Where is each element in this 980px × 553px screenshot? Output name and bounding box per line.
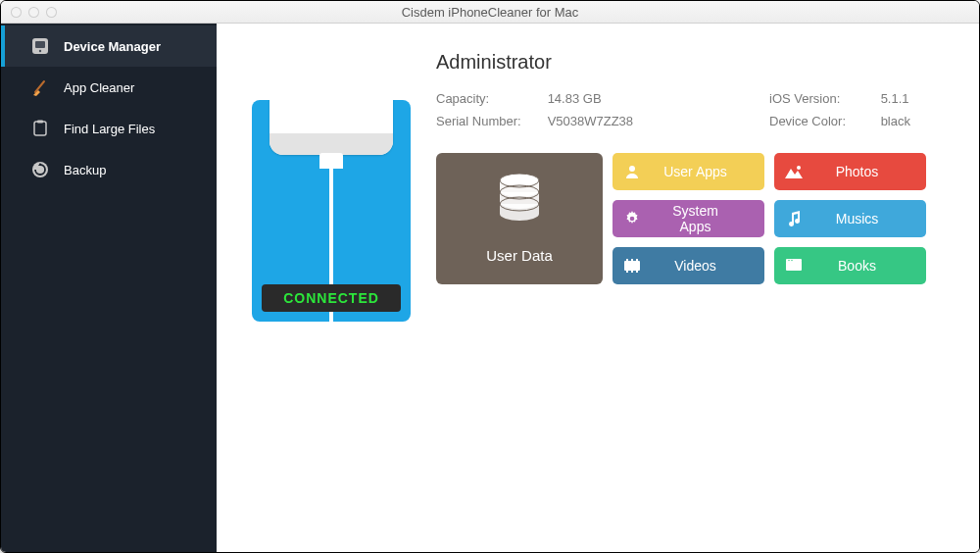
- sidebar-item-find-large-files[interactable]: Find Large Files: [1, 108, 217, 149]
- zoom-window-button[interactable]: [46, 7, 57, 18]
- content-area: Device Manager App Cleaner Find Large Fi…: [1, 24, 979, 552]
- tile-label: User Data: [486, 247, 553, 264]
- tile-videos[interactable]: Videos: [612, 247, 764, 284]
- tile-photos[interactable]: Photos: [774, 153, 926, 190]
- svg-rect-20: [636, 271, 638, 273]
- svg-rect-19: [631, 271, 633, 273]
- svg-rect-17: [636, 259, 638, 261]
- phone-illustration: [270, 100, 393, 155]
- photos-icon: [784, 162, 804, 181]
- svg-point-13: [630, 216, 635, 221]
- tile-label: Photos: [817, 164, 926, 179]
- sidebar-item-app-cleaner[interactable]: App Cleaner: [1, 67, 217, 108]
- device-connection-panel: CONNECTED: [252, 100, 411, 322]
- app-window: Cisdem iPhoneCleaner for Mac Device Mana…: [0, 0, 980, 553]
- svg-rect-16: [631, 259, 633, 261]
- svg-point-23: [788, 260, 789, 261]
- svg-rect-4: [34, 122, 46, 135]
- svg-point-2: [39, 50, 41, 52]
- svg-rect-1: [35, 41, 45, 48]
- sidebar-item-label: Device Manager: [64, 39, 161, 54]
- tile-user-data[interactable]: User Data: [436, 153, 603, 284]
- ios-version-value: 5.1.1: [881, 91, 909, 106]
- sidebar-item-label: Find Large Files: [64, 122, 155, 136]
- category-tiles: User Data User Apps: [436, 153, 950, 284]
- music-icon: [784, 209, 804, 228]
- svg-line-3: [35, 81, 44, 92]
- tile-label: System Apps: [656, 203, 764, 234]
- device-details: Administrator Capacity: 14.83 GB iOS Ver…: [436, 51, 950, 552]
- info-row-1: Capacity: 14.83 GB iOS Version: 5.1.1: [436, 87, 950, 110]
- tile-system-apps[interactable]: System Apps: [612, 200, 764, 237]
- svg-point-24: [791, 260, 792, 261]
- books-icon: [784, 256, 804, 276]
- titlebar: Cisdem iPhoneCleaner for Mac: [1, 1, 979, 24]
- device-name: Administrator: [436, 51, 950, 74]
- gear-icon: [622, 209, 642, 228]
- svg-rect-18: [626, 271, 628, 273]
- cable-head: [319, 153, 343, 169]
- video-icon: [622, 256, 642, 276]
- clipboard-icon: [30, 119, 50, 138]
- sidebar-item-backup[interactable]: Backup: [1, 149, 217, 190]
- capacity-value: 14.83 GB: [548, 91, 602, 106]
- sidebar-item-label: Backup: [64, 163, 106, 177]
- svg-rect-15: [626, 259, 628, 261]
- device-manager-icon: [30, 36, 50, 56]
- serial-label: Serial Number:: [436, 110, 544, 132]
- tile-books[interactable]: Books: [774, 247, 926, 284]
- tile-label: Musics: [817, 211, 926, 226]
- svg-rect-5: [37, 121, 43, 124]
- tile-label: User Apps: [656, 164, 764, 179]
- svg-rect-14: [624, 261, 640, 271]
- info-row-2: Serial Number: V5038W7ZZ38 Device Color:…: [436, 110, 950, 132]
- sidebar-item-label: App Cleaner: [64, 80, 134, 95]
- tile-label: Books: [817, 258, 926, 274]
- main-panel: CONNECTED Administrator Capacity: 14.83 …: [217, 24, 979, 552]
- connection-status-badge: CONNECTED: [262, 284, 401, 312]
- svg-rect-21: [786, 261, 802, 271]
- tiles-grid: User Apps Photos System Ap: [612, 153, 926, 284]
- ios-version-label: iOS Version:: [769, 87, 877, 110]
- capacity-label: Capacity:: [436, 87, 544, 110]
- sidebar-item-device-manager[interactable]: Device Manager: [1, 25, 217, 67]
- device-color-label: Device Color:: [769, 110, 877, 132]
- tile-label: Videos: [656, 258, 764, 274]
- sidebar: Device Manager App Cleaner Find Large Fi…: [1, 24, 217, 552]
- traffic-lights: [1, 7, 57, 18]
- tile-musics[interactable]: Musics: [774, 200, 926, 237]
- backup-icon: [30, 160, 50, 179]
- close-window-button[interactable]: [11, 7, 22, 18]
- user-icon: [622, 162, 642, 181]
- svg-point-12: [797, 166, 801, 170]
- broom-icon: [30, 77, 50, 97]
- minimize-window-button[interactable]: [28, 7, 39, 18]
- serial-value: V5038W7ZZ38: [548, 114, 633, 128]
- svg-point-11: [629, 166, 635, 172]
- tile-user-apps[interactable]: User Apps: [612, 153, 764, 190]
- device-color-value: black: [881, 114, 910, 128]
- database-icon: [495, 173, 544, 229]
- window-title: Cisdem iPhoneCleaner for Mac: [1, 5, 979, 20]
